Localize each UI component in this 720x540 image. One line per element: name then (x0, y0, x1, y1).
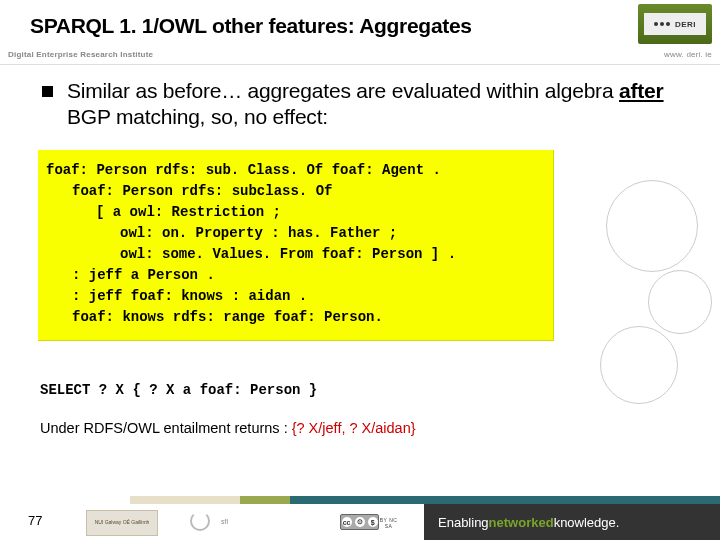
tagline-pre: Enabling (438, 515, 489, 530)
code-line: foaf: Person rdfs: subclass. Of (46, 181, 545, 202)
cc-badge: cc ⊙ $ (340, 514, 379, 530)
footer-tagline: Enabling networked knowledge. (424, 504, 720, 540)
sfi-swirl-icon (190, 511, 210, 531)
deri-logo: DERI (638, 4, 712, 44)
by-icon: ⊙ (355, 517, 365, 527)
decor-circle (606, 180, 698, 272)
cc-license-logo: cc ⊙ $ BY NC SA (340, 510, 398, 534)
page-number: 77 (28, 513, 42, 528)
sparql-query: SELECT ? X { ? X a foaf: Person } (40, 382, 317, 398)
tagline-highlight: networked (489, 515, 554, 530)
deri-logo-text: DERI (675, 20, 696, 29)
cc-icon: cc (342, 517, 352, 527)
tagline-post: knowledge. (554, 515, 620, 530)
bullet-emphasis: after (619, 79, 664, 102)
institute-label: Digital Enterprise Research Institute (8, 50, 153, 59)
code-line: foaf: knows rdfs: range foaf: Person. (46, 307, 545, 328)
code-line: owl: some. Values. From foaf: Person ] . (46, 244, 545, 265)
slide-root: SPARQL 1. 1/OWL other features: Aggregat… (0, 0, 720, 540)
nui-galway-logo: NUI Galway OÉ Gaillimh (86, 510, 158, 536)
bullet-post: BGP matching, so, no effect: (67, 105, 328, 128)
sfi-text: sfi (221, 518, 228, 525)
code-line: : jeff a Person . (46, 265, 545, 286)
slide-body: Similar as before… aggregates are evalua… (42, 78, 700, 131)
sfi-logo: sfi (178, 506, 228, 536)
square-bullet-icon (42, 86, 53, 97)
nc-icon: $ (368, 517, 378, 527)
bullet-item: Similar as before… aggregates are evalua… (42, 78, 700, 131)
deri-logo-inner: DERI (644, 13, 706, 35)
code-line: : jeff foaf: knows : aidan . (46, 286, 545, 307)
slide-footer: 77 NUI Galway OÉ Gaillimh sfi cc ⊙ $ BY … (0, 498, 720, 540)
decor-circle (648, 270, 712, 334)
header-separator (0, 64, 720, 65)
result-text: Under RDFS/OWL entailment returns : {? X… (40, 420, 416, 436)
code-line: [ a owl: Restriction ; (46, 202, 545, 223)
bullet-pre: Similar as before… aggregates are evalua… (67, 79, 619, 102)
code-line: owl: on. Property : has. Father ; (46, 223, 545, 244)
code-line: foaf: Person rdfs: sub. Class. Of foaf: … (46, 160, 545, 181)
footer-color-bar (130, 496, 720, 504)
slide-title: SPARQL 1. 1/OWL other features: Aggregat… (30, 14, 472, 38)
website-url: www. deri. ie (664, 50, 712, 59)
footer-bar-segment (130, 496, 240, 504)
cc-label: BY NC SA (379, 517, 398, 529)
decor-circle (600, 326, 678, 404)
footer-bar-segment (290, 496, 720, 504)
result-bindings: {? X/jeff, ? X/aidan} (292, 420, 416, 436)
code-block: foaf: Person rdfs: sub. Class. Of foaf: … (38, 150, 554, 341)
bullet-text: Similar as before… aggregates are evalua… (67, 78, 700, 131)
result-pre: Under RDFS/OWL entailment returns : (40, 420, 292, 436)
footer-bar-segment (240, 496, 290, 504)
